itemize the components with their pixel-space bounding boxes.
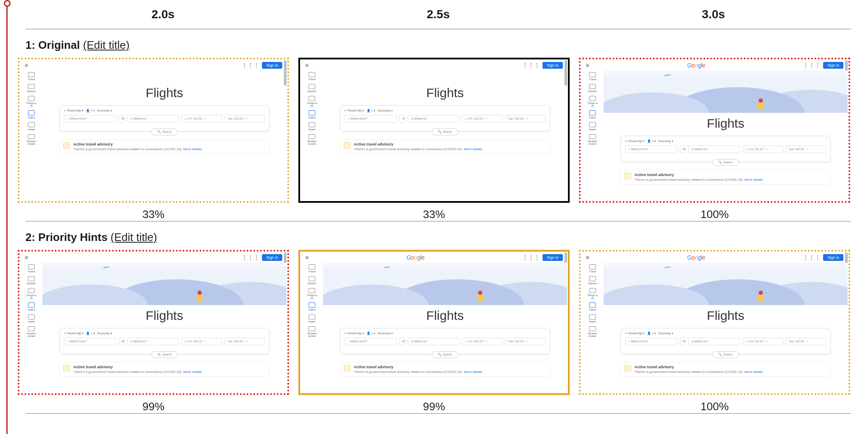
sidebar-item[interactable]: Vacation rentals [25,134,38,145]
search-button[interactable]: 🔍 Search [431,351,458,358]
sidebar-item[interactable]: Things to do [25,288,38,299]
from-field[interactable]: ○ Where from? [345,338,397,345]
search-button[interactable]: 🔍 Search [712,351,739,358]
return-date-field[interactable]: Tue, Oct 26 ‹ › [786,146,826,153]
sidebar-item[interactable]: Hotels [25,314,38,323]
return-date-field[interactable]: Tue, Oct 26 ‹ › [786,338,826,345]
trip-options[interactable]: ↩ Round trip ▾ 👤 1 ▾ Economy ▾ [625,332,826,335]
sidebar-item[interactable]: Travel [586,72,599,81]
trip-options[interactable]: ↩ Round trip ▾ 👤 1 ▾ Economy ▾ [345,332,545,335]
screenshot-thumbnail[interactable]: ≡⋮⋮⋮Sign inTravelExploreThings to doFlig… [18,250,289,395]
sidebar-item[interactable]: Flights [25,110,38,119]
to-field[interactable]: ◎ Where to? [408,115,460,123]
sidebar-item[interactable]: Flights [586,110,599,119]
search-button[interactable]: 🔍 Search [712,159,739,166]
advisory-link[interactable]: More details [183,147,202,151]
swap-icon[interactable]: ⇄ [119,338,125,345]
to-field[interactable]: ◎ Where to? [127,338,179,345]
sidebar-item[interactable]: Vacation rentals [586,326,599,337]
depart-date-field[interactable]: ▭ Fri, Oct 22 ‹ › [462,115,502,123]
edit-title-link[interactable]: (Edit title) [83,39,130,51]
sidebar-item[interactable]: Hotels [25,122,38,131]
search-button[interactable]: 🔍 Search [151,351,178,358]
sidebar-item[interactable]: Hotels [306,122,318,131]
sidebar-item[interactable]: Things to do [586,96,599,107]
search-button[interactable]: 🔍 Search [431,129,458,135]
to-field[interactable]: ◎ Where to? [688,338,740,345]
swap-icon[interactable]: ⇄ [399,338,405,345]
return-date-field[interactable]: Tue, Oct 26 ‹ › [225,115,265,123]
apps-icon[interactable]: ⋮⋮⋮ [522,62,540,69]
sidebar-item[interactable]: Explore [25,84,38,92]
sign-in-button[interactable]: Sign in [262,254,282,261]
sidebar-item[interactable]: Travel [586,264,599,273]
depart-date-field[interactable]: ▭ Fri, Oct 22 ‹ › [743,338,783,345]
from-field[interactable]: ○ Where from? [625,338,677,345]
advisory-link[interactable]: More details [744,370,763,374]
sign-in-button[interactable]: Sign in [542,254,563,261]
sidebar-item[interactable]: Hotels [586,314,599,323]
trip-options[interactable]: ↩ Round trip ▾ 👤 1 ▾ Economy ▾ [64,332,265,335]
swap-icon[interactable]: ⇄ [119,115,125,123]
screenshot-thumbnail[interactable]: ≡Google⋮⋮⋮Sign inTravelExploreThings to … [579,250,850,395]
hamburger-icon[interactable]: ≡ [305,254,309,261]
from-field[interactable]: ○ Where from? [64,338,116,345]
depart-date-field[interactable]: ▭ Fri, Oct 22 ‹ › [181,115,222,123]
screenshot-thumbnail[interactable]: ≡Google⋮⋮⋮Sign inTravelExploreThings to … [579,58,850,203]
swap-icon[interactable]: ⇄ [680,338,686,345]
hamburger-icon[interactable]: ≡ [305,62,309,69]
advisory-link[interactable]: More details [464,147,482,151]
sidebar-item[interactable]: Travel [306,72,318,81]
edit-title-link[interactable]: (Edit title) [111,231,157,244]
apps-icon[interactable]: ⋮⋮⋮ [242,62,259,69]
advisory-link[interactable]: More details [744,178,763,182]
sidebar-item[interactable]: Travel [25,72,38,81]
sidebar-item[interactable]: Travel [306,264,318,273]
sidebar-item[interactable]: Things to do [25,96,38,107]
swap-icon[interactable]: ⇄ [680,146,686,153]
apps-icon[interactable]: ⋮⋮⋮ [803,62,821,69]
return-date-field[interactable]: Tue, Oct 26 ‹ › [505,115,545,123]
trip-options[interactable]: ↩ Round trip ▾ 👤 1 ▾ Economy ▾ [625,140,826,143]
sign-in-button[interactable]: Sign in [542,62,563,69]
sidebar-item[interactable]: Things to do [306,96,318,107]
sidebar-item[interactable]: Hotels [586,122,599,131]
sidebar-item[interactable]: Explore [586,84,599,92]
sidebar-item[interactable]: Explore [586,276,599,285]
sidebar-item[interactable]: Things to do [306,288,318,299]
sign-in-button[interactable]: Sign in [823,254,843,261]
sidebar-item[interactable]: Flights [586,302,599,311]
sidebar-item[interactable]: Vacation rentals [306,326,318,337]
return-date-field[interactable]: Tue, Oct 26 ‹ › [505,338,545,345]
apps-icon[interactable]: ⋮⋮⋮ [242,254,259,261]
from-field[interactable]: ○ Where from? [345,115,397,123]
sidebar-item[interactable]: Hotels [306,314,318,323]
sidebar-item[interactable]: Things to do [586,288,599,299]
search-button[interactable]: 🔍 Search [151,129,178,135]
depart-date-field[interactable]: ▭ Fri, Oct 22 ‹ › [743,146,783,153]
return-date-field[interactable]: Tue, Oct 26 ‹ › [225,338,265,345]
from-field[interactable]: ○ Where from? [64,115,116,123]
advisory-link[interactable]: More details [464,370,482,374]
sidebar-item[interactable]: Explore [25,276,38,285]
hamburger-icon[interactable]: ≡ [586,62,589,69]
screenshot-thumbnail[interactable]: ≡⋮⋮⋮Sign inTravelExploreThings to doFlig… [298,58,570,203]
to-field[interactable]: ◎ Where to? [127,115,179,123]
sidebar-item[interactable]: Flights [25,302,38,311]
to-field[interactable]: ◎ Where to? [688,146,740,153]
depart-date-field[interactable]: ▭ Fri, Oct 22 ‹ › [462,338,502,345]
trip-options[interactable]: ↩ Round trip ▾ 👤 1 ▾ Economy ▾ [345,109,545,112]
sign-in-button[interactable]: Sign in [262,62,282,69]
sidebar-item[interactable]: Explore [306,84,318,92]
sign-in-button[interactable]: Sign in [823,62,843,69]
sidebar-item[interactable]: Travel [25,264,38,273]
swap-icon[interactable]: ⇄ [399,115,405,123]
sidebar-item[interactable]: Vacation rentals [25,326,38,337]
hamburger-icon[interactable]: ≡ [25,62,28,69]
screenshot-thumbnail[interactable]: ≡Google⋮⋮⋮Sign inTravelExploreThings to … [298,250,570,395]
sidebar-item[interactable]: Flights [306,302,318,311]
apps-icon[interactable]: ⋮⋮⋮ [803,254,821,261]
hamburger-icon[interactable]: ≡ [586,254,589,261]
screenshot-thumbnail[interactable]: ≡⋮⋮⋮Sign inTravelExploreThings to doFlig… [18,58,289,203]
sidebar-item[interactable]: Vacation rentals [306,134,318,145]
